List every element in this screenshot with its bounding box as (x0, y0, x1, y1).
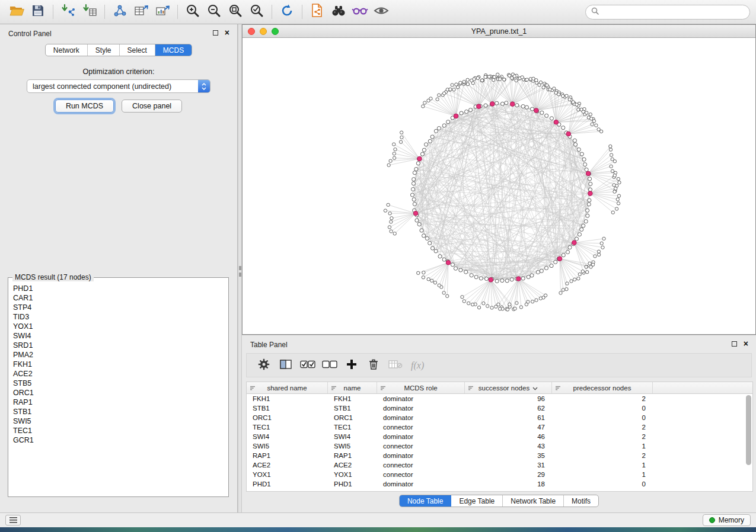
network-view[interactable] (243, 39, 755, 334)
column-header-shared-name[interactable]: shared name (247, 382, 328, 393)
network-node[interactable] (438, 94, 441, 97)
network-node[interactable] (412, 178, 416, 181)
network-node[interactable] (586, 214, 589, 217)
network-node[interactable] (599, 130, 602, 133)
zoom-out-button[interactable] (203, 3, 225, 21)
network-node[interactable] (484, 104, 487, 107)
network-node[interactable] (617, 202, 620, 205)
run-mcds-button[interactable]: Run MCDS (55, 100, 114, 113)
column-header-name[interactable]: name (328, 382, 377, 393)
network-node[interactable] (434, 249, 438, 253)
network-node[interactable] (582, 158, 586, 161)
network-node[interactable] (557, 93, 560, 96)
network-node[interactable] (588, 177, 591, 181)
optimization-criterion-select[interactable]: largest connected component (undirected) (27, 79, 210, 93)
network-node[interactable] (484, 75, 487, 78)
network-node[interactable] (442, 124, 446, 127)
network-hub-node[interactable] (454, 114, 458, 118)
network-node[interactable] (578, 233, 581, 236)
network-node[interactable] (430, 246, 434, 250)
memory-button[interactable]: Memory (703, 514, 751, 526)
network-node[interactable] (400, 136, 403, 139)
status-menu-button[interactable] (5, 515, 21, 525)
network-node[interactable] (460, 111, 463, 115)
mcds-result-item[interactable]: SWI4 (13, 331, 224, 341)
mcds-result-item[interactable]: TEC1 (13, 426, 224, 435)
network-node[interactable] (589, 265, 592, 268)
network-node[interactable] (446, 294, 449, 297)
table-row[interactable]: RAP1RAP1dominator352 (247, 451, 752, 460)
function-builder-button[interactable]: f(x) (411, 360, 424, 371)
network-node[interactable] (393, 156, 395, 159)
network-node[interactable] (498, 307, 501, 310)
table-row[interactable]: ORC1ORC1dominator610 (247, 413, 752, 422)
network-node[interactable] (422, 148, 426, 152)
network-node[interactable] (545, 114, 548, 117)
network-node[interactable] (393, 232, 396, 235)
network-hub-node[interactable] (413, 211, 418, 216)
network-node[interactable] (527, 275, 530, 278)
network-node[interactable] (438, 284, 441, 287)
network-hub-node[interactable] (566, 132, 571, 136)
network-node[interactable] (413, 202, 416, 206)
network-node[interactable] (420, 229, 423, 232)
float-panel-button[interactable] (213, 30, 218, 36)
network-node[interactable] (449, 88, 452, 91)
network-node[interactable] (582, 110, 585, 113)
network-node[interactable] (573, 278, 576, 281)
table-row[interactable]: SWI5SWI5connector431 (247, 441, 752, 451)
mcds-result-item[interactable]: RAP1 (13, 398, 224, 407)
network-node[interactable] (470, 274, 473, 277)
network-node[interactable] (585, 168, 588, 171)
network-node[interactable] (575, 237, 578, 241)
scrollbar-thumb[interactable] (746, 395, 751, 465)
network-node[interactable] (600, 242, 603, 245)
network-node[interactable] (477, 306, 480, 309)
table-scrollbar[interactable] (746, 395, 751, 489)
network-node[interactable] (562, 289, 564, 291)
table-row[interactable]: PHD1PHD1dominator180 (247, 479, 752, 489)
network-window-titlebar[interactable]: YPA_prune.txt_1 (243, 25, 755, 38)
network-node[interactable] (428, 241, 432, 245)
network-node[interactable] (613, 190, 616, 193)
network-node[interactable] (474, 275, 478, 278)
network-node[interactable] (400, 131, 403, 134)
table-row[interactable]: TEC1TEC1connector472 (247, 422, 752, 432)
network-node[interactable] (473, 78, 476, 81)
network-node[interactable] (388, 226, 391, 229)
network-node[interactable] (525, 303, 528, 306)
network-node[interactable] (539, 297, 542, 300)
network-node[interactable] (530, 274, 534, 277)
network-node[interactable] (583, 163, 587, 166)
network-hub-node[interactable] (477, 104, 481, 109)
network-node[interactable] (433, 281, 436, 284)
network-node[interactable] (499, 78, 502, 81)
find-button[interactable] (328, 3, 349, 21)
network-node[interactable] (420, 152, 424, 156)
network-node[interactable] (423, 101, 426, 104)
network-node[interactable] (531, 300, 534, 303)
network-node[interactable] (568, 98, 571, 101)
network-hub-node[interactable] (557, 257, 562, 261)
network-node[interactable] (614, 187, 617, 190)
network-node[interactable] (582, 224, 585, 227)
delete-column-button[interactable] (365, 357, 382, 374)
table-row[interactable]: SWI4SWI4dominator462 (247, 432, 752, 441)
network-node[interactable] (565, 287, 568, 290)
close-panel-button[interactable]: Close panel (122, 100, 182, 113)
network-node[interactable] (482, 302, 485, 305)
network-node[interactable] (454, 267, 457, 270)
network-node[interactable] (387, 203, 390, 206)
network-node[interactable] (417, 222, 421, 226)
open-file-button[interactable] (6, 3, 27, 21)
table-row[interactable]: FKH1FKH1dominator962 (247, 394, 752, 403)
network-node[interactable] (413, 171, 416, 175)
network-node[interactable] (611, 211, 614, 214)
network-hub-node[interactable] (554, 120, 559, 124)
float-panel-button[interactable] (732, 341, 737, 347)
mcds-result-item[interactable]: STB5 (13, 379, 224, 388)
network-node[interactable] (484, 277, 488, 280)
network-node[interactable] (535, 299, 538, 302)
column-header-predecessor-nodes[interactable]: predecessor nodes (552, 382, 653, 393)
network-node[interactable] (587, 203, 591, 206)
